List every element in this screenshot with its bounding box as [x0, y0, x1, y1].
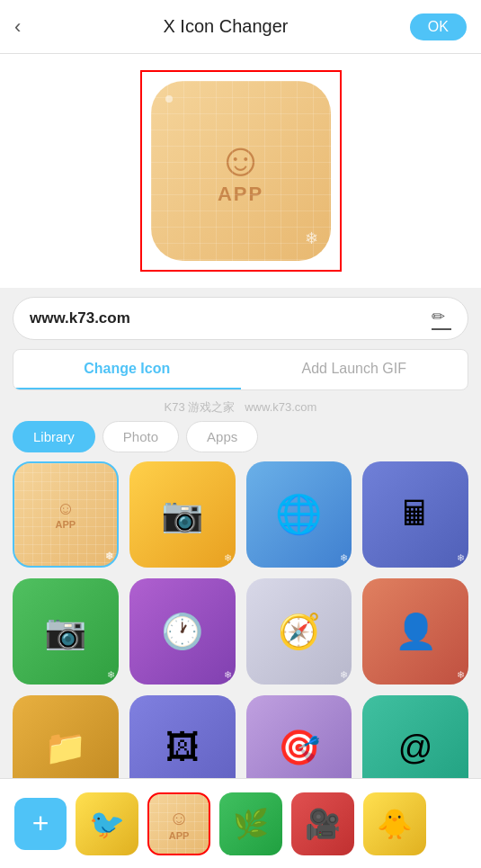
person-icon: 👤: [395, 612, 437, 651]
crosshair-icon: 🎯: [278, 728, 320, 767]
photos-icon: 🖼: [165, 729, 200, 767]
snowflake-small: ❄: [457, 552, 465, 564]
main-tabs: Change Icon Add Launch GIF: [13, 349, 468, 390]
mail-icon: @: [398, 729, 433, 767]
compass-icon: 🧭: [278, 612, 320, 651]
snowflake-small: ❄: [340, 669, 348, 681]
preview-border: ☺ APP ❄: [140, 70, 342, 272]
bottom-bar: + 🐦 ☺ APP 🌿 🎥 🐥: [0, 778, 481, 868]
duck-emoji: 🐥: [377, 807, 413, 841]
tab-change-icon[interactable]: Change Icon: [13, 350, 241, 389]
watermark: K73 游戏之家 www.k73.com: [0, 399, 481, 416]
folder-icon: 📁: [44, 728, 86, 767]
sub-tab-apps[interactable]: Apps: [186, 421, 258, 452]
icons-grid: ☺ APP ❄ 📷 ❄ 🌐 ❄ 🖩 ❄ 📷 ❄ 🕐 ❄ 🧭 ❄ 👤 ❄ 📁 ❄: [0, 461, 481, 801]
icon-camera-green[interactable]: 📷 ❄: [13, 578, 119, 685]
snowflake-small: ❄: [105, 550, 113, 562]
green-icon-emoji: 🌿: [233, 807, 269, 841]
calc-icon: 🖩: [398, 495, 432, 533]
clock-icon: 🕐: [161, 612, 203, 651]
camera-green-icon: 📷: [44, 612, 86, 651]
url-bar: www.k73.com ✏: [13, 297, 468, 340]
snowflake-small: ❄: [340, 552, 348, 564]
back-button[interactable]: ‹: [14, 15, 41, 39]
icon-compass[interactable]: 🧭 ❄: [246, 578, 352, 685]
preview-area: ☺ APP ❄: [0, 54, 481, 288]
video-icon-emoji: 🎥: [305, 807, 341, 841]
icon-calc[interactable]: 🖩 ❄: [362, 461, 468, 568]
sub-tab-photo[interactable]: Photo: [102, 421, 179, 452]
sub-tab-library[interactable]: Library: [13, 421, 95, 452]
bottom-bird-icon[interactable]: 🐦: [76, 792, 138, 855]
bottom-green-icon[interactable]: 🌿: [219, 792, 282, 855]
edit-button[interactable]: ✏: [432, 307, 451, 330]
preview-icon[interactable]: ☺ APP ❄: [151, 81, 331, 261]
icon-camera-gold[interactable]: 📷 ❄: [129, 461, 236, 568]
icon-app[interactable]: ☺ APP ❄: [13, 461, 119, 568]
add-button[interactable]: +: [14, 798, 67, 850]
ok-button[interactable]: OK: [410, 13, 467, 40]
edit-underline: [432, 328, 451, 330]
snowflake-icon: ❄: [305, 228, 318, 248]
bottom-video-icon[interactable]: 🎥: [291, 792, 354, 855]
snowflake-small: ❄: [224, 669, 232, 681]
bottom-app-icon[interactable]: ☺ APP: [147, 792, 210, 855]
icon-ie[interactable]: 🌐 ❄: [246, 461, 352, 568]
icon-person[interactable]: 👤 ❄: [362, 578, 468, 685]
camera-gold-icon: 📷: [161, 495, 203, 534]
url-text[interactable]: www.k73.com: [30, 309, 423, 327]
plus-icon: +: [32, 807, 49, 840]
icon-clock[interactable]: 🕐 ❄: [129, 578, 236, 685]
snowflake-small: ❄: [224, 552, 232, 564]
snowflake-small: ❄: [107, 669, 115, 681]
dot-decoration: [165, 95, 173, 103]
ie-icon: 🌐: [275, 492, 322, 536]
header: ‹ X Icon Changer OK: [0, 0, 481, 54]
page-title: X Icon Changer: [163, 16, 288, 37]
smiley-icon: ☺: [217, 136, 264, 183]
bottom-duck-icon[interactable]: 🐥: [363, 792, 426, 855]
sub-tabs: Library Photo Apps: [13, 421, 468, 452]
bird-emoji: 🐦: [89, 807, 125, 841]
snowflake-small: ❄: [457, 669, 465, 681]
app-text: APP: [218, 183, 263, 206]
tab-add-launch-gif[interactable]: Add Launch GIF: [241, 350, 468, 389]
edit-icon: ✏: [432, 307, 451, 327]
